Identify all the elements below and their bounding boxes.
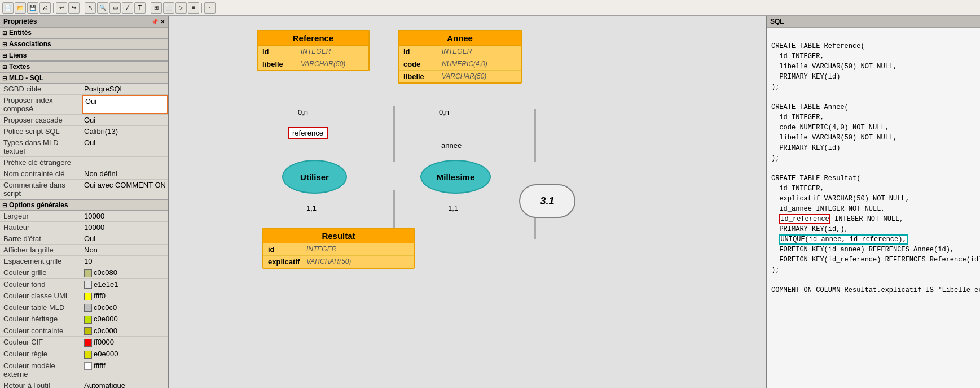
left-panel: Propriétés 📌 ✕ ⊞ Entités ⊞ Associations <box>0 16 169 388</box>
section-mld-sql-label: MLD - SQL <box>9 74 43 82</box>
line-btn[interactable]: ╱ <box>122 2 133 14</box>
swatch-uml <box>84 293 92 300</box>
section-liens-header[interactable]: ⊞ Liens <box>0 50 168 61</box>
swatch-regle <box>84 351 92 359</box>
ref-field-id-name: id <box>262 47 296 56</box>
value-couleur-grille: c0c080 <box>82 267 168 278</box>
open-btn[interactable]: 📂 <box>15 2 26 14</box>
expand-entites-icon: ⊞ <box>2 30 7 36</box>
canvas[interactable]: Reference id INTEGER libelle VARCHAR(50)… <box>169 16 766 388</box>
value-grille: Non <box>82 245 168 255</box>
card-ref-top: 0,n <box>298 108 308 116</box>
zoom-btn[interactable]: 🔍 <box>97 2 108 14</box>
section-entites-header[interactable]: ⊞ Entités <box>0 28 168 38</box>
label-nom-contrainte: Nom contrainte clé <box>0 168 82 179</box>
value-sgbd: PostgreSQL <box>82 84 168 94</box>
sql-line-3: libelle VARCHAR(50) NOT NULL, <box>771 63 897 71</box>
resultat-table[interactable]: Resultat id INTEGER explicatif VARCHAR(5… <box>262 228 415 269</box>
sql-line-21: ); <box>771 266 779 274</box>
expand-options-icon: ⊟ <box>2 202 7 208</box>
resultat-row-id: id INTEGER <box>263 243 414 256</box>
prop-couleur-regle: Couleur règle e0e000 <box>0 348 168 360</box>
swatch-fond <box>84 281 92 289</box>
text-btn[interactable]: T <box>134 2 146 14</box>
millesime-oval[interactable]: Millesime <box>420 160 491 194</box>
value-couleur-table: c0c0c0 <box>82 302 168 313</box>
sql-line-6: CREATE TABLE Annee( <box>771 103 849 111</box>
label-couleur-table: Couleur table MLD <box>0 302 82 313</box>
rect-btn[interactable]: ▭ <box>109 2 121 14</box>
undo-btn[interactable]: ↩ <box>56 2 67 14</box>
cursor-btn[interactable]: ↖ <box>85 2 96 14</box>
section-associations-header[interactable]: ⊞ Associations <box>0 39 168 50</box>
label-barre: Barre d'état <box>0 233 82 244</box>
sql-line-19: FOREIGN KEY(id_annee) REFERENCES Annee(i… <box>771 246 954 254</box>
value-cascade: Oui <box>82 115 168 125</box>
more-btn[interactable]: ⋮ <box>204 2 216 14</box>
extra-btn4[interactable]: ≡ <box>188 2 199 14</box>
expand-textes-icon: ⊞ <box>2 64 7 70</box>
value-couleur-modele: ffffff <box>82 360 168 380</box>
value-couleur-contrainte: c0c000 <box>82 325 168 337</box>
ref-field-libelle-name: libelle <box>262 60 296 68</box>
annee-field-id-name: id <box>403 47 437 56</box>
reference-table[interactable]: Reference id INTEGER libelle VARCHAR(50) <box>257 30 370 71</box>
label-couleur-contrainte: Couleur contrainte <box>0 325 82 337</box>
section-textes-header[interactable]: ⊞ Textes <box>0 62 168 72</box>
reference-row-id: id INTEGER <box>258 46 368 58</box>
value-index[interactable]: Oui <box>82 95 168 114</box>
prop-commentaire: Commentaire dans script Oui avec COMMENT… <box>0 180 168 199</box>
sql-line-16: id_reference INTEGER NOT NULL, <box>771 214 903 224</box>
sql-line-17: PRIMARY KEY(id,), <box>771 225 849 233</box>
prop-couleur-heritage: Couleur héritage c0e000 <box>0 313 168 325</box>
annee-table[interactable]: Annee id INTEGER code NUMERIC(4,0) libel… <box>398 30 522 84</box>
prop-index[interactable]: Proposer index composé Oui <box>0 95 168 115</box>
card-millesime-bottom: 1,1 <box>448 204 458 212</box>
value-couleur-heritage: c0e000 <box>82 313 168 325</box>
resultat-field-explicatif-type: VARCHAR(50) <box>306 258 351 266</box>
reference-row-libelle: libelle VARCHAR(50) <box>258 58 368 70</box>
sep3 <box>148 3 148 13</box>
new-btn[interactable]: 📄 <box>2 2 14 14</box>
section-textes-label: Textes <box>9 63 30 71</box>
expand-mld-icon: ⊟ <box>2 75 7 81</box>
extra-btn3[interactable]: ▷ <box>175 2 187 14</box>
resultat-field-explicatif-name: explicatif <box>268 258 302 266</box>
extra-btn1[interactable]: ⊞ <box>151 2 162 14</box>
label-couleur-fond: Couleur fond <box>0 279 82 290</box>
sql-line-1: CREATE TABLE Reference( <box>771 42 865 50</box>
section-mld-sql-header[interactable]: ⊟ MLD - SQL <box>0 73 168 84</box>
annee-field-libelle-name: libelle <box>403 72 437 81</box>
close-icon[interactable]: ✕ <box>160 19 165 25</box>
sep4 <box>201 3 202 13</box>
section-textes: ⊞ Textes <box>0 62 168 73</box>
annee-row-code: code NUMERIC(4,0) <box>399 58 521 71</box>
value-couleur-cif: ff0000 <box>82 337 168 348</box>
resultat-table-header: Resultat <box>263 229 414 243</box>
print-btn[interactable]: 🖨 <box>39 2 51 14</box>
label-hauteur: Hauteur <box>0 222 82 233</box>
section-options-header[interactable]: ⊟ Options générales <box>0 200 168 211</box>
redo-btn[interactable]: ↪ <box>68 2 80 14</box>
label-couleur-uml: Couleur classe UML <box>0 290 82 302</box>
section-liens-label: Liens <box>9 51 27 59</box>
value-police: Calibri(13) <box>82 126 168 137</box>
value-couleur-fond: e1e1e1 <box>82 279 168 290</box>
sql-line-10: PRIMARY KEY(id) <box>771 144 840 152</box>
utiliser-oval[interactable]: Utiliser <box>282 160 347 194</box>
extra-btn2[interactable]: ⬜ <box>163 2 174 14</box>
sql-header: SQL <box>767 16 980 28</box>
value-barre: Oui <box>82 233 168 244</box>
annee-field-code-type: NUMERIC(4,0) <box>442 60 487 68</box>
pin-icon[interactable]: 📌 <box>151 19 158 25</box>
sql-line-13: id INTEGER, <box>771 185 824 193</box>
label-types: Types dans MLD textuel <box>0 137 82 156</box>
swatch-heritage <box>84 316 92 324</box>
sql-line-5: ); <box>771 83 779 91</box>
value-largeur: 10000 <box>82 211 168 221</box>
save-btn[interactable]: 💾 <box>27 2 38 14</box>
sql-line-7: id INTEGER, <box>771 114 824 121</box>
prop-cascade: Proposer cascade Oui <box>0 115 168 126</box>
annee-field-id-type: INTEGER <box>442 47 472 56</box>
label-retour: Retour à l'outil Sélection <box>0 380 82 389</box>
